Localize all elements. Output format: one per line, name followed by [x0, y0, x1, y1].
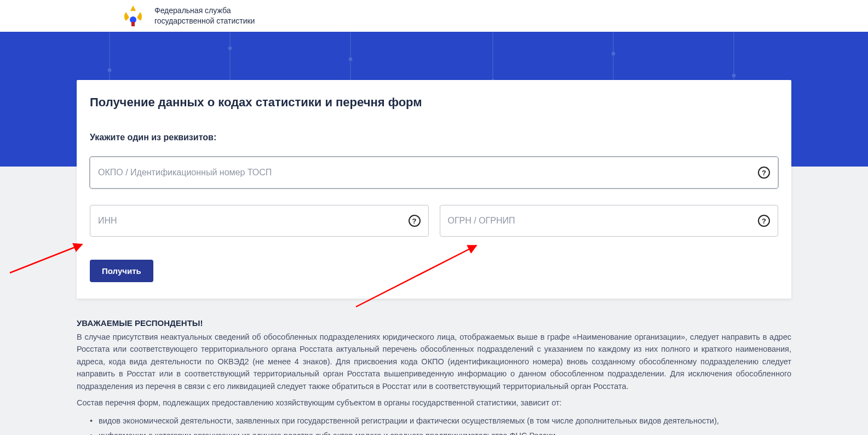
okpo-field-wrap[interactable]: ?	[90, 157, 778, 188]
ogrn-input[interactable]	[448, 216, 758, 226]
info-title: УВАЖАЕМЫЕ РЕСПОНДЕНТЫ!	[77, 318, 791, 328]
info-block: УВАЖАЕМЫЕ РЕСПОНДЕНТЫ! В случае присутст…	[77, 318, 791, 435]
info-paragraph-2: Состав перечня форм, подлежащих предоста…	[77, 397, 791, 409]
svg-rect-1	[131, 22, 135, 26]
subheading: Укажите один из реквизитов:	[90, 133, 778, 142]
org-name: Федеральная служба государственной стати…	[154, 5, 255, 26]
svg-point-5	[228, 47, 232, 50]
svg-point-11	[612, 52, 615, 55]
info-paragraph-1: В случае присутствия неактуальных сведен…	[77, 331, 791, 392]
rosstat-emblem-icon	[120, 3, 146, 28]
svg-point-3	[108, 68, 111, 72]
help-icon[interactable]: ?	[758, 167, 770, 179]
help-icon[interactable]: ?	[409, 215, 421, 227]
info-list: видов экономической деятельности, заявле…	[99, 414, 791, 435]
page-title: Получение данных о кодах статистики и пе…	[90, 95, 778, 110]
site-header: Федеральная служба государственной стати…	[0, 0, 868, 32]
search-card: Получение данных о кодах статистики и пе…	[77, 80, 791, 299]
list-item: видов экономической деятельности, заявле…	[99, 414, 791, 429]
org-name-line1: Федеральная служба	[154, 5, 255, 16]
org-name-line2: государственной статистики	[154, 16, 255, 26]
inn-input[interactable]	[98, 216, 409, 226]
help-icon[interactable]: ?	[758, 215, 770, 227]
svg-line-14	[10, 244, 82, 273]
okpo-input[interactable]	[98, 168, 758, 178]
list-item: информации о категории организации из ед…	[99, 428, 791, 435]
svg-point-13	[732, 74, 735, 77]
submit-button[interactable]: Получить	[90, 260, 153, 282]
svg-point-7	[349, 58, 352, 61]
ogrn-field-wrap[interactable]: ?	[440, 205, 779, 237]
inn-field-wrap[interactable]: ?	[90, 205, 429, 237]
